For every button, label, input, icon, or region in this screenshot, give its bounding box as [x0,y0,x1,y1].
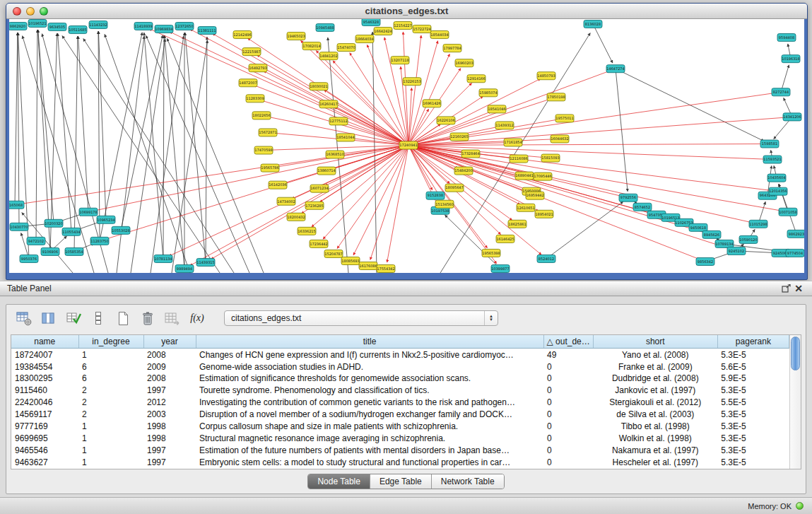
tab-edge-table[interactable]: Edge Table [370,474,431,489]
table-cell[interactable]: Estimation of significance thresholds fo… [196,373,543,385]
graph-node[interactable]: 15474070 [337,44,355,52]
table-cell[interactable]: Disruption of a novel member of a sodium… [196,409,543,421]
table-cell[interactable]: 1997 [143,457,196,469]
graph-node[interactable]: 1598581 [760,140,779,148]
graph-node[interactable]: 9634505 [48,23,66,31]
table-cell[interactable]: 2 [78,409,143,421]
graph-node[interactable]: 13226153 [403,78,421,86]
graph-node[interactable]: 17082014 [302,42,321,50]
graph-node[interactable]: 16890441 [515,172,534,180]
table-cell[interactable]: Tibbo et al. (1998) [593,421,717,433]
table-cell[interactable]: 1998 [143,433,196,445]
table-cell[interactable]: 1998 [143,421,196,433]
table-cell[interactable]: 0 [543,457,593,469]
table-cell[interactable]: Embryonic stem cells: a model to study s… [196,457,543,469]
graph-node[interactable]: 11283750 [90,237,109,245]
graph-node[interactable]: 9594408 [777,34,796,42]
graph-node[interactable]: 9792556 [619,194,637,201]
float-panel-icon[interactable] [779,283,792,294]
graph-node[interactable]: 11055434 [62,228,81,235]
table-row[interactable]: 1830029562008Estimation of significance … [11,373,789,385]
table-cell[interactable]: Yano et al. (2008) [593,349,717,361]
graph-node[interactable]: 14841202 [319,52,338,60]
graph-node[interactable]: 9774504 [786,249,804,257]
graph-node[interactable]: 10430770 [10,223,28,230]
graph-node[interactable]: 16492793 [249,64,267,72]
graph-node[interactable]: 17236442 [310,240,328,247]
table-cell[interactable]: 1997 [143,385,196,397]
table-row[interactable]: 977716911998Corpus callosum shape and si… [11,421,789,433]
graph-node[interactable]: 16961426 [423,100,441,107]
table-cell[interactable]: 18724007 [11,349,78,361]
graph-node[interactable]: 14850793 [537,72,555,80]
table-cell[interactable]: Tourette syndrome. Phenomenology and cla… [196,385,543,397]
graph-node[interactable]: 9472102 [27,237,45,245]
graph-node[interactable]: 9450618 [689,223,707,231]
graph-node[interactable]: 10781134 [154,255,172,262]
citation-network-graph[interactable]: 9862920101965219634505105116851114323211… [9,19,804,273]
graph-node[interactable]: 12142496 [233,31,252,39]
table-row[interactable]: 2242004622012Investigating the contribut… [11,397,789,409]
graph-node[interactable]: 8136028 [584,21,602,28]
graph-node[interactable]: 15985074 [479,89,498,97]
graph-node[interactable]: 16044632 [551,135,569,143]
table-cell[interactable]: 1997 [143,445,196,457]
graph-node[interactable]: 18625861 [508,220,526,228]
graph-node[interactable]: 10435604 [767,174,786,182]
table-cell[interactable]: 1 [78,457,143,469]
graph-node[interactable]: 16142036 [269,181,287,189]
graph-node[interactable]: 18544034 [430,31,449,39]
graph-node[interactable]: 9856342 [696,257,714,265]
table-cell[interactable]: 2003 [143,409,196,421]
window-titlebar[interactable]: citations_edges.txt [6,4,807,19]
table-mode-icon[interactable] [15,309,33,327]
graph-node[interactable]: 17240941 [399,141,418,149]
graph-node[interactable]: 9106906 [41,247,59,255]
graph-node[interactable]: 10200320 [45,219,63,227]
table-row[interactable]: 911546021997Tourette syndrome. Phenomeno… [11,385,789,397]
table-cell[interactable]: 9115460 [11,385,78,397]
graph-node[interactable]: 17161854 [504,139,522,146]
graph-node[interactable]: 18030021 [310,83,328,90]
table-cell[interactable]: 0 [543,373,593,385]
table-cell[interactable]: 9699695 [11,433,78,445]
graph-node[interactable]: 14734002 [277,197,295,205]
graph-node[interactable]: 10553028 [112,226,130,234]
table-cell[interactable]: 9777169 [11,421,78,433]
column-header[interactable]: year [143,335,196,349]
graph-node[interactable]: 16146425 [496,235,514,243]
graph-node[interactable]: 10196521 [28,20,47,28]
table-cell[interactable]: 2008 [143,349,196,361]
graph-node[interactable]: 16336215 [298,227,316,235]
graph-node[interactable]: 18541046 [488,105,506,113]
table-cell[interactable]: 5.3E-5 [717,421,789,433]
table-cell[interactable]: 9465546 [11,445,78,457]
table-cell[interactable]: 5.6E-5 [717,361,789,373]
graph-node[interactable]: 8272744 [772,88,790,96]
row-options-icon[interactable] [89,309,107,327]
table-row[interactable]: 946362711997Embryonic stem cells: a mode… [11,457,789,469]
table-cell[interactable]: Estimation of the future numbers of pati… [196,445,543,457]
graph-node[interactable]: 15484200 [454,167,473,175]
table-cell[interactable]: 5.3E-5 [717,385,789,397]
graph-node[interactable]: 8945626 [702,230,721,238]
graph-node[interactable]: 11015298 [749,220,767,228]
graph-node[interactable]: 18541044 [336,134,355,141]
graph-node[interactable]: 12116086 [510,155,528,163]
table-cell[interactable]: 5.3E-5 [717,409,789,421]
graph-node[interactable]: 12215987 [242,48,261,56]
table-cell[interactable]: 5.3E-5 [717,457,789,469]
table-cell[interactable]: Nakamura et al. (1997) [593,445,717,457]
graph-node[interactable]: 18200432 [287,213,305,221]
graph-node[interactable]: 14647274 [606,65,625,73]
graph-node[interactable]: 16368510 [326,151,344,158]
graph-node[interactable]: 15722724 [413,25,431,33]
graph-node[interactable]: 16959442 [526,192,544,199]
table-row[interactable]: 1872400712008Changes of HCN gene express… [11,349,789,361]
graph-node[interactable]: 16226106 [437,117,455,124]
graph-node[interactable]: 10399877 [491,264,510,272]
graph-node[interactable]: 10071058 [779,208,797,216]
table-vertical-scrollbar[interactable] [789,335,801,469]
table-cell[interactable]: 2 [78,397,143,409]
graph-node[interactable]: 11593521 [763,156,782,163]
